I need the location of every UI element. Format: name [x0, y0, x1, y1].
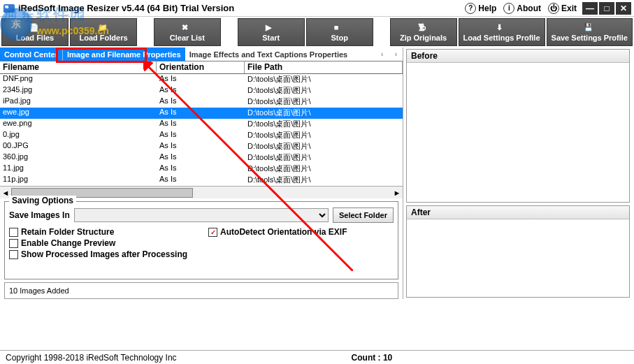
cell-orientation: As Is	[157, 141, 245, 152]
tab-nav-arrows[interactable]: ‹ ›	[377, 50, 403, 58]
cell-orientation: As Is	[157, 130, 245, 141]
table-row[interactable]: ewe.pngAs IsD:\tools\桌面\图片\	[0, 119, 403, 130]
cell-orientation: As Is	[157, 175, 245, 186]
power-icon: ⏻	[548, 3, 559, 14]
count-label: Count : 10	[352, 353, 393, 363]
help-button[interactable]: ?Help	[465, 3, 496, 14]
table-row[interactable]: iPad.jpgAs IsD:\tools\桌面\图片\	[0, 96, 403, 108]
help-icon: ?	[465, 3, 476, 14]
cell-filename: ewe.png	[0, 119, 157, 130]
tab-image-and-filename-properties[interactable]: Image and Filename Properties	[62, 48, 185, 61]
table-header: Filename Orientation File Path	[0, 61, 403, 74]
cell-filename: 0.jpg	[0, 130, 157, 141]
cell-filename: DNF.png	[0, 74, 157, 85]
before-label: Before	[407, 50, 629, 63]
stop-icon: ■	[334, 23, 345, 33]
start-button[interactable]: ▶Start	[238, 18, 305, 46]
tab-control-center[interactable]: Control Center	[0, 48, 62, 61]
file-table: Filename Orientation File Path DNF.pngAs…	[0, 61, 403, 186]
cb-show-processed[interactable]: Show Processed Images after Processing	[9, 249, 187, 259]
zip-originals-icon: 🗜	[418, 23, 429, 33]
load-files-icon: 📄	[29, 23, 41, 33]
zip-originals-button[interactable]: 🗜Zip Originals	[390, 18, 457, 46]
cell-orientation: As Is	[157, 119, 245, 130]
cell-orientation: As Is	[157, 152, 245, 163]
table-row[interactable]: ewe.jpgAs IsD:\tools\桌面\图片\	[0, 108, 403, 119]
cell-filepath: D:\tools\桌面\图片\	[245, 119, 403, 130]
cb-enable-preview[interactable]: Enable Change Preview	[9, 238, 187, 248]
save-profile-icon: 💾	[584, 23, 595, 33]
table-row[interactable]: 0.jpgAs IsD:\tools\桌面\图片\	[0, 130, 403, 141]
cell-filepath: D:\tools\桌面\图片\	[245, 175, 403, 186]
cell-filename: ewe.jpg	[0, 108, 157, 119]
table-row[interactable]: 2345.jpgAs IsD:\tools\桌面\图片\	[0, 85, 403, 96]
stop-button[interactable]: ■Stop	[306, 18, 373, 46]
table-row[interactable]: 360.jpgAs IsD:\tools\桌面\图片\	[0, 152, 403, 163]
col-orientation[interactable]: Orientation	[157, 61, 245, 73]
cell-filepath: D:\tools\桌面\图片\	[245, 141, 403, 152]
load-folders-icon: 📁	[98, 23, 109, 33]
save-in-dropdown[interactable]	[74, 208, 329, 222]
cell-orientation: As Is	[157, 96, 245, 108]
before-preview: Before	[406, 49, 630, 203]
select-folder-button[interactable]: Select Folder	[333, 208, 394, 223]
svg-rect-1	[5, 6, 8, 8]
cell-filepath: D:\tools\桌面\图片\	[245, 85, 403, 96]
cell-filename: 11p.jpg	[0, 175, 157, 186]
start-icon: ▶	[266, 23, 277, 33]
scroll-right-icon[interactable]: ►	[391, 189, 403, 197]
app-logo-icon	[3, 2, 15, 15]
minimize-button[interactable]: —	[582, 2, 598, 15]
cell-orientation: As Is	[157, 85, 245, 96]
cell-filepath: D:\tools\桌面\图片\	[245, 108, 403, 119]
maximize-button[interactable]: □	[599, 2, 614, 15]
after-label: After	[407, 206, 629, 219]
clear-list-button[interactable]: ✖Clear List	[154, 18, 221, 46]
table-row[interactable]: 00.JPGAs IsD:\tools\桌面\图片\	[0, 141, 403, 152]
table-row[interactable]: 11p.jpgAs IsD:\tools\桌面\图片\	[0, 175, 403, 186]
saving-options-group: Saving Options Save Images In Select Fol…	[4, 201, 398, 279]
cell-orientation: As Is	[157, 163, 245, 175]
table-row[interactable]: DNF.pngAs IsD:\tools\桌面\图片\	[0, 74, 403, 85]
saving-options-legend: Saving Options	[9, 196, 76, 205]
cb-retain-folder[interactable]: Retain Folder Structure	[9, 227, 187, 237]
tab-strip: Control CenterImage and Filename Propert…	[0, 48, 403, 61]
cell-filename: 360.jpg	[0, 152, 157, 163]
clear-list-icon: ✖	[182, 23, 193, 33]
cell-orientation: As Is	[157, 108, 245, 119]
after-preview: After	[406, 205, 630, 298]
cell-orientation: As Is	[157, 74, 245, 85]
status-message: 10 Images Added	[4, 282, 398, 299]
load-folders-button[interactable]: 📁Load Folders	[70, 18, 137, 46]
close-button[interactable]: ✕	[616, 2, 631, 15]
info-icon: i	[503, 3, 514, 14]
cell-filepath: D:\tools\桌面\图片\	[245, 96, 403, 108]
cell-filepath: D:\tools\桌面\图片\	[245, 130, 403, 141]
cb-autodetect-exif[interactable]: ✓AutoDetect Orientation via EXIF	[208, 227, 347, 237]
footer: Copyright 1998-2018 iRedSoft Technology …	[0, 350, 634, 364]
cell-filename: 2345.jpg	[0, 85, 157, 96]
window-title: iRedSoft Image Resizer v5.44 (64 Bit) Tr…	[18, 3, 465, 13]
load-profile-icon: ⬇	[496, 23, 507, 33]
col-filename[interactable]: Filename	[0, 61, 157, 73]
main-toolbar: 📄Load Files📁Load Folders✖Clear List▶Star…	[0, 17, 634, 48]
titlebar: iRedSoft Image Resizer v5.44 (64 Bit) Tr…	[0, 0, 634, 17]
cell-filename: 11.jpg	[0, 163, 157, 175]
load-profile-button[interactable]: ⬇Load Settings Profile	[459, 18, 545, 46]
cell-filename: iPad.jpg	[0, 96, 157, 108]
tab-image-effects-and-text-captions-properties[interactable]: Image Effects and Text Captions Properti…	[185, 48, 352, 61]
table-row[interactable]: 11.jpgAs IsD:\tools\桌面\图片\	[0, 163, 403, 175]
col-filepath[interactable]: File Path	[245, 61, 403, 73]
cell-filepath: D:\tools\桌面\图片\	[245, 163, 403, 175]
exit-button[interactable]: ⏻Exit	[548, 3, 577, 14]
save-profile-button[interactable]: 💾Save Settings Profile	[547, 18, 633, 46]
about-button[interactable]: iAbout	[503, 3, 541, 14]
load-files-button[interactable]: 📄Load Files	[1, 18, 69, 46]
save-in-label: Save Images In	[9, 210, 70, 220]
cell-filepath: D:\tools\桌面\图片\	[245, 74, 403, 85]
copyright: Copyright 1998-2018 iRedSoft Technology …	[6, 353, 177, 363]
cell-filename: 00.JPG	[0, 141, 157, 152]
cell-filepath: D:\tools\桌面\图片\	[245, 152, 403, 163]
